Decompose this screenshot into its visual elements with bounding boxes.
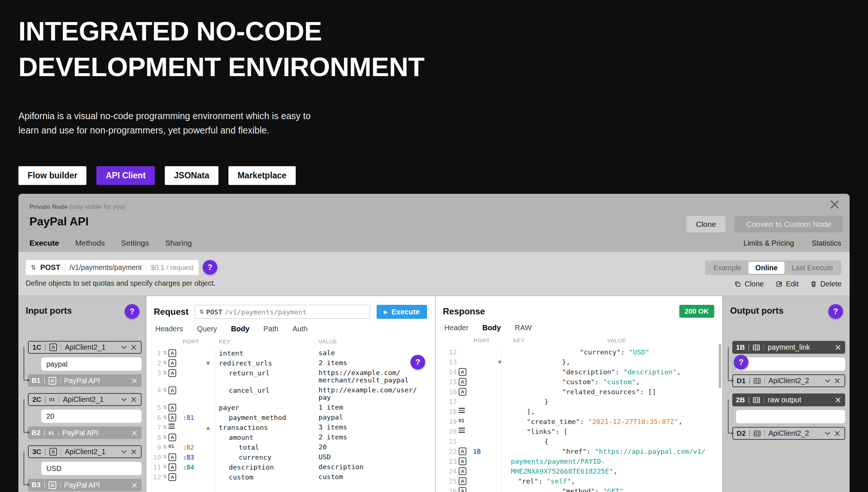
port-badge[interactable]: :B1: [183, 414, 194, 421]
chevron-down-icon[interactable]: [825, 430, 830, 435]
remove-icon[interactable]: [131, 429, 138, 437]
modal-tab-settings[interactable]: Settings: [121, 239, 149, 247]
port-name: PayPal API: [64, 377, 127, 385]
remove-icon[interactable]: [835, 396, 842, 404]
close-icon[interactable]: [828, 197, 841, 211]
scrollbar-thumb[interactable]: [719, 344, 721, 388]
remove-icon[interactable]: [835, 343, 842, 352]
drag-handle-icon[interactable]: [163, 404, 167, 410]
drag-handle-icon[interactable]: [163, 387, 167, 393]
expand-icon[interactable]: [206, 425, 210, 430]
drag-handle-icon[interactable]: [163, 464, 167, 470]
action-delete[interactable]: Delete: [810, 280, 842, 288]
connected-port-chip[interactable]: B1APayPal API: [28, 374, 142, 387]
request-row[interactable]: 3Areturn_urlhttps://example.com/ merchan…: [146, 368, 435, 386]
request-tab-headers[interactable]: Headers: [155, 325, 183, 333]
line-number: 23: [435, 457, 457, 465]
action-clone[interactable]: Clone: [734, 280, 764, 288]
drag-handle-icon[interactable]: [163, 434, 167, 440]
drag-handle-icon[interactable]: [163, 454, 167, 460]
drag-handle-icon[interactable]: [163, 350, 167, 356]
port-badge[interactable]: :B2: [183, 444, 194, 451]
request-row[interactable]: 5Apayer1 item: [146, 403, 435, 413]
mode-example[interactable]: Example: [707, 262, 748, 274]
tab-jsonata[interactable]: JSONata: [165, 166, 218, 185]
chevron-down-icon[interactable]: [825, 377, 830, 382]
port-value-input[interactable]: 20: [41, 410, 142, 423]
port-badge[interactable]: 1B: [473, 448, 481, 455]
input-ports-help-button[interactable]: [125, 304, 139, 319]
request-row[interactable]: 11A:B4descriptiondescription: [146, 463, 435, 473]
request-help-button[interactable]: [410, 355, 425, 370]
request-tab-query[interactable]: Query: [197, 325, 217, 333]
output-port-selector[interactable]: D2ApiClient2_2: [732, 427, 845, 440]
drag-handle-icon[interactable]: [163, 360, 167, 366]
request-row[interactable]: 6A:B1payment_methodpaypal: [146, 413, 435, 423]
input-port-selector[interactable]: 1CAApiClient2_1: [28, 341, 142, 354]
request-row[interactable]: 901:B2total20: [146, 443, 435, 453]
output-ports-help-button[interactable]: [828, 304, 843, 319]
output-port-chip[interactable]: 2Braw output: [732, 393, 845, 406]
remove-icon[interactable]: [130, 395, 137, 404]
modal-tab-execute[interactable]: Execute: [29, 239, 59, 247]
drag-handle-icon[interactable]: [163, 424, 167, 430]
input-port-selector[interactable]: 3CAApiClient2_1: [28, 445, 142, 458]
request-row[interactable]: 7transactions3 items: [146, 423, 435, 433]
request-row[interactable]: 12Acustomcustom: [146, 473, 435, 482]
request-tab-body[interactable]: Body: [231, 325, 249, 333]
response-tab-raw[interactable]: RAW: [515, 324, 532, 332]
output-value-field[interactable]: [736, 357, 845, 371]
chevron-down-icon[interactable]: [121, 344, 127, 349]
remove-icon[interactable]: [834, 377, 841, 385]
collapse-icon[interactable]: [206, 361, 210, 366]
port-badge[interactable]: :B3: [183, 454, 194, 461]
output-port-selector[interactable]: D1ApiClient2_2: [732, 374, 845, 387]
request-url-input[interactable]: POST/v1/payments/payment: [195, 305, 370, 319]
request-tab-auth[interactable]: Auth: [292, 325, 307, 333]
remove-icon[interactable]: [834, 429, 841, 438]
convert-to-custom-node-button[interactable]: Convert to Custom Node: [734, 216, 843, 232]
action-edit[interactable]: Edit: [776, 280, 798, 288]
tab-flow-builder[interactable]: Flow builder: [18, 166, 86, 185]
collapse-icon[interactable]: [498, 360, 501, 365]
input-port-selector[interactable]: 2C01ApiClient2_1: [28, 393, 142, 406]
tab-marketplace[interactable]: Marketplace: [228, 166, 296, 185]
mode-last-execute[interactable]: Last Execute: [785, 262, 840, 274]
remove-icon[interactable]: [130, 343, 137, 352]
port-badge[interactable]: :B4: [183, 464, 194, 471]
remove-icon[interactable]: [131, 481, 138, 489]
execute-button[interactable]: Execute: [377, 305, 427, 319]
connected-port-chip[interactable]: B3APayPal API: [28, 479, 142, 491]
request-row[interactable]: 2Aredirect_urls2 items: [146, 359, 435, 368]
modal-tab-methods[interactable]: Methods: [75, 239, 105, 247]
port-value-input[interactable]: USD: [41, 462, 142, 475]
clone-node-button[interactable]: Clone: [686, 216, 726, 232]
mode-online[interactable]: Online: [748, 262, 785, 274]
drag-handle-icon[interactable]: [163, 474, 167, 479]
request-row[interactable]: 1Aintentsale: [146, 349, 435, 359]
output-value-field[interactable]: [736, 410, 845, 423]
output-port-help-button[interactable]: [734, 355, 748, 370]
chevron-down-icon[interactable]: [121, 396, 127, 401]
connected-port-chip[interactable]: B201PayPal API: [28, 427, 142, 439]
link-limits-pricing[interactable]: Limits & Pricing: [743, 239, 794, 247]
drag-handle-icon[interactable]: [163, 444, 167, 450]
tab-api-client[interactable]: API Client: [96, 166, 155, 185]
modal-tab-sharing[interactable]: Sharing: [165, 239, 192, 247]
request-row[interactable]: 10A:B3currencyUSD: [146, 453, 435, 463]
endpoint-help-button[interactable]: [203, 260, 217, 275]
chevron-down-icon[interactable]: [121, 448, 127, 453]
drag-handle-icon[interactable]: [163, 414, 167, 420]
request-tab-path[interactable]: Path: [263, 325, 278, 333]
output-port-chip[interactable]: 1Bpayment_link: [732, 341, 845, 354]
endpoint-selector[interactable]: POST /v1/payments/payment $0.1 / request: [26, 260, 199, 275]
response-tab-header[interactable]: Header: [444, 324, 469, 332]
port-value-input[interactable]: paypal: [41, 357, 142, 371]
remove-icon[interactable]: [131, 377, 138, 385]
request-row[interactable]: 8Aamount2 items: [146, 433, 435, 443]
link-statistics[interactable]: Statistics: [812, 239, 841, 247]
request-row[interactable]: 4Acancel_urlhttp://example.com/user/ pay: [146, 386, 435, 403]
drag-handle-icon[interactable]: [163, 370, 167, 375]
response-tab-body[interactable]: Body: [483, 324, 501, 332]
remove-icon[interactable]: [130, 448, 137, 456]
